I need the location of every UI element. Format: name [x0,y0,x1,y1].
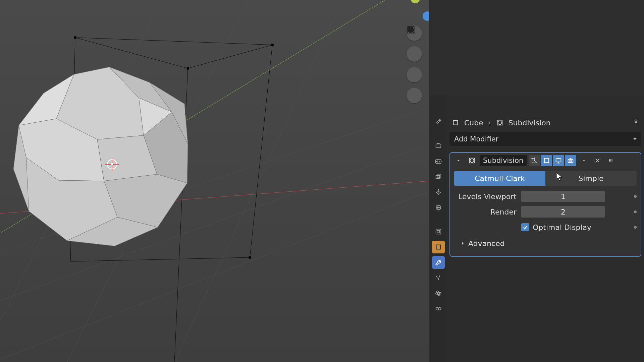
svg-point-86 [570,160,572,162]
svg-point-97 [610,162,611,162]
render-levels-label: Render [454,208,521,216]
modifier-name-field[interactable]: Subdivision [480,155,527,166]
svg-point-98 [612,162,612,162]
tab-modifiers[interactable] [432,256,445,269]
svg-rect-51 [436,144,441,148]
svg-point-93 [609,160,610,161]
camera-view-icon[interactable] [407,67,422,82]
toggle-render[interactable] [565,155,576,166]
svg-point-81 [548,162,549,163]
breadcrumb-object[interactable]: Cube [464,119,483,127]
svg-line-10 [70,257,250,261]
tab-physics[interactable] [432,287,445,300]
svg-line-8 [75,38,272,45]
toggle-edit-cage[interactable] [529,155,540,166]
chevron-down-icon [633,138,637,140]
svg-point-74 [532,158,533,159]
svg-rect-69 [453,121,458,125]
svg-point-79 [548,158,549,159]
properties-tabs [430,95,447,362]
modifier-extras-dropdown[interactable] [578,155,590,166]
svg-rect-77 [545,159,549,163]
tab-particles[interactable] [432,272,445,284]
properties-content: Cube › Subdivision Add Modifier [447,95,644,362]
svg-rect-82 [556,159,561,162]
outliner-area[interactable] [430,0,644,95]
svg-rect-55 [436,175,440,178]
tab-world[interactable] [432,201,445,214]
pan-icon[interactable] [407,46,422,62]
animate-property-button[interactable] [634,195,637,198]
tab-viewlayer[interactable] [432,170,445,183]
viewport-3d[interactable] [0,0,429,362]
render-levels-field[interactable]: 2 [521,206,605,218]
optimal-display-checkbox[interactable] [521,223,529,231]
add-modifier-label: Add Modifier [454,135,498,143]
modifier-drag-handle[interactable] [605,155,616,166]
svg-point-78 [544,158,545,159]
svg-point-66 [436,290,441,296]
svg-point-92 [612,159,612,160]
algorithm-simple[interactable]: Simple [545,171,637,186]
add-modifier-dropdown[interactable]: Add Modifier [449,132,641,146]
chevron-right-icon: › [488,119,491,127]
levels-viewport-field[interactable]: 1 [521,191,605,202]
svg-point-15 [74,36,76,39]
algorithm-segmented: Catmull-Clark Simple [454,171,637,186]
toggle-edit-mode[interactable] [541,155,552,166]
nav-gizmo[interactable] [391,0,420,29]
panel-collapse-toggle[interactable] [453,155,464,166]
svg-line-9 [250,45,272,257]
mesh-subdivided [13,67,188,246]
subsurf-icon [496,119,504,127]
svg-line-14 [75,38,188,68]
svg-point-71 [498,121,501,125]
svg-line-12 [188,45,272,68]
svg-point-80 [544,162,545,163]
svg-point-16 [271,44,274,46]
tab-object[interactable] [432,241,445,253]
svg-point-53 [437,161,438,162]
tab-collection[interactable] [432,225,445,238]
svg-point-64 [437,292,439,294]
tab-render[interactable] [432,139,445,152]
mesh-icon [451,119,460,127]
breadcrumb-modifier[interactable]: Subdivision [508,119,551,127]
svg-point-90 [609,159,610,160]
pin-icon[interactable] [633,119,639,127]
algorithm-catmull-clark[interactable]: Catmull-Clark [454,171,545,186]
svg-rect-40 [408,26,414,33]
modifier-panel-subdivision: Subdivision [449,152,641,257]
tab-output[interactable] [432,155,445,168]
breadcrumb: Cube › Subdivision [449,115,641,130]
tab-constraints[interactable] [432,302,445,315]
toggle-realtime[interactable] [553,155,564,166]
svg-point-17 [249,256,251,259]
animate-property-button[interactable] [634,226,637,229]
svg-point-96 [609,162,610,162]
svg-rect-58 [436,229,441,234]
tab-scene[interactable] [432,186,445,198]
tab-tool[interactable] [432,115,445,128]
optimal-display-label: Optimal Display [533,223,591,232]
animate-property-button[interactable] [634,210,637,213]
svg-point-75 [534,158,535,159]
svg-rect-87 [570,159,572,160]
levels-viewport-label: Levels Viewport [454,192,521,201]
chevron-right-icon [460,239,466,248]
svg-point-73 [470,159,474,163]
svg-point-54 [439,161,440,162]
svg-point-18 [186,67,189,70]
svg-point-76 [534,160,535,161]
advanced-label: Advanced [468,239,505,248]
svg-point-94 [610,160,611,161]
svg-rect-60 [436,245,441,249]
advanced-subpanel-toggle[interactable]: Advanced [454,236,637,251]
modifier-delete[interactable] [592,155,603,166]
perspective-toggle-icon[interactable] [407,88,422,103]
svg-rect-56 [437,174,441,177]
subsurf-icon [466,155,478,166]
modifier-name-text: Subdivision [483,157,523,165]
svg-point-34 [111,163,113,165]
svg-point-67 [436,307,438,310]
